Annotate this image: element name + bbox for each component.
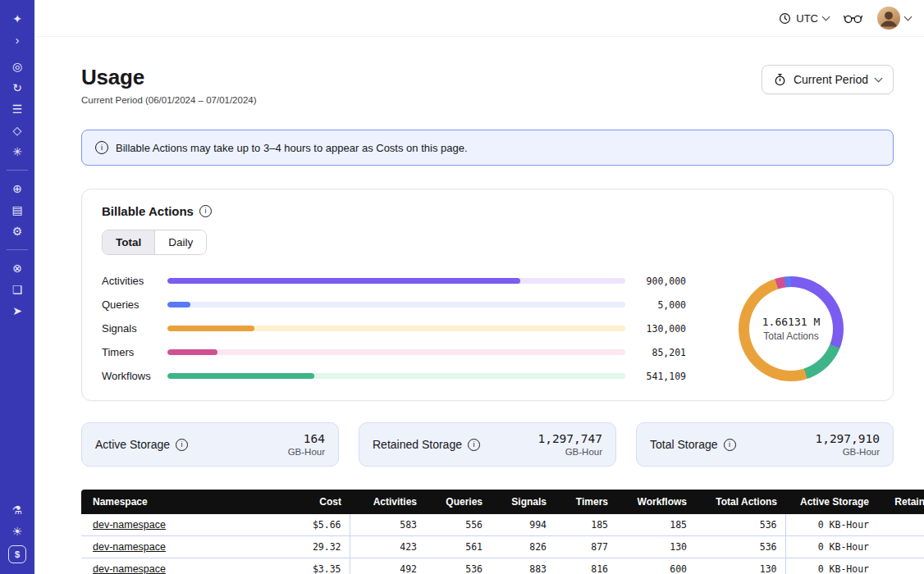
cell-namespace: dev-namespace xyxy=(81,536,277,558)
layers-icon[interactable]: ☰ xyxy=(7,99,27,119)
flask-icon[interactable]: ⚗ xyxy=(7,500,27,520)
period-button-label: Current Period xyxy=(794,73,868,86)
info-icon xyxy=(95,141,108,154)
glasses-glyph xyxy=(844,13,862,24)
cell-namespace: dev-namespace xyxy=(81,514,277,536)
bar-row-activities: Activities900,000 xyxy=(102,275,686,287)
bar-label: Activities xyxy=(102,275,158,287)
cube-icon[interactable]: ◇ xyxy=(7,121,27,140)
bar-chart: Activities900,000Queries5,000Signals130,… xyxy=(102,275,686,382)
dollar-credits-icon[interactable]: $ xyxy=(8,545,26,563)
history-clock-icon[interactable]: ↻ xyxy=(7,78,27,98)
bar-fill xyxy=(167,373,314,379)
temporal-logo-icon[interactable]: ✦ xyxy=(7,9,27,29)
circle-cross-icon[interactable]: ⊗ xyxy=(7,258,27,278)
table-row: dev-namespace$3.354925368838166001300 KB… xyxy=(81,558,924,574)
sidebar-bottom: ⚗☀$ xyxy=(0,499,34,564)
sidebar-group: ◎↻☰◇✳ xyxy=(7,56,28,162)
total-actions-value: 1.66131 M xyxy=(762,316,820,328)
sidebar: ✦›◎↻☰◇✳⊕▤⚙⊗❏➤ ⚗☀$ xyxy=(0,0,34,574)
bar-row-workflows: Workflows541,109 xyxy=(102,370,686,382)
tab-total[interactable]: Total xyxy=(103,230,155,254)
bar-value: 85,201 xyxy=(635,347,686,358)
page-title: Usage xyxy=(81,65,257,90)
total-storage-card: Total Storage 1,297,910 GB-Hour xyxy=(636,422,894,467)
billable-chart-area: Activities900,000Queries5,000Signals130,… xyxy=(102,275,873,382)
column-header-queries: Queries xyxy=(425,490,491,514)
namespace-link[interactable]: dev-namespace xyxy=(93,519,166,531)
bar-track xyxy=(167,349,625,355)
storage-cards: Active Storage 164 GB-Hour Retained Stor… xyxy=(81,422,894,467)
sidebar-group: ⊕▤⚙ xyxy=(7,170,28,242)
bar-track xyxy=(167,302,625,308)
sidebar-group: ✦› xyxy=(7,8,28,51)
cell-signals: 994 xyxy=(491,514,555,536)
bar-fill xyxy=(167,278,520,284)
sun-icon[interactable]: ☀ xyxy=(7,522,27,541)
info-icon[interactable] xyxy=(724,439,736,451)
stat-label-row: Total Storage xyxy=(650,438,736,451)
cell-queries: 536 xyxy=(425,558,491,574)
column-header-active-storage: Active Storage xyxy=(785,490,877,514)
table-body: dev-namespace$5.665835569941851855360 KB… xyxy=(81,514,924,574)
bar-value: 5,000 xyxy=(635,299,686,311)
bar-label: Timers xyxy=(102,346,158,358)
sparkle-icon[interactable]: ✳ xyxy=(7,142,27,162)
globe-icon[interactable]: ⊕ xyxy=(7,179,27,198)
bar-label: Signals xyxy=(102,322,158,335)
cell-total-actions: 536 xyxy=(695,536,785,558)
column-header-retained-storage: Retained Storage xyxy=(877,490,924,514)
stat-value-block: 1,297,747 GB-Hour xyxy=(537,432,602,457)
account-menu[interactable] xyxy=(877,7,911,30)
info-icon[interactable] xyxy=(199,205,212,217)
bar-row-queries: Queries5,000 xyxy=(102,298,686,311)
collapse-chevron-icon[interactable]: › xyxy=(7,30,27,50)
namespace-link[interactable]: dev-namespace xyxy=(93,563,166,574)
cell-active-storage: 0 KB-Hour xyxy=(785,558,877,574)
total-actions-label: Total Actions xyxy=(763,330,818,342)
cell-activities: 583 xyxy=(350,514,425,536)
active-storage-card: Active Storage 164 GB-Hour xyxy=(81,422,339,467)
gear-icon[interactable]: ⚙ xyxy=(7,221,27,241)
cell-retained-storage: 0 KB-Hour xyxy=(877,558,924,574)
view-tabs: Total Daily xyxy=(102,230,207,255)
bar-row-timers: Timers85,201 xyxy=(102,346,686,358)
stat-label-row: Retained Storage xyxy=(373,438,480,451)
sidebar-top: ✦›◎↻☰◇✳⊕▤⚙⊗❏➤ xyxy=(0,8,34,321)
book-icon[interactable]: ❏ xyxy=(7,280,27,299)
column-header-total-actions: Total Actions xyxy=(695,490,785,514)
cell-namespace: dev-namespace xyxy=(81,558,277,574)
column-header-signals: Signals xyxy=(491,490,555,514)
page-head: Usage Current Period (06/01/2024 – 07/01… xyxy=(81,65,894,105)
active-storage-label: Active Storage xyxy=(95,438,170,451)
cell-activities: 492 xyxy=(350,558,425,574)
cell-cost: $3.35 xyxy=(277,558,350,574)
tab-daily[interactable]: Daily xyxy=(155,230,206,254)
chevron-down-icon xyxy=(904,13,913,21)
active-storage-unit: GB-Hour xyxy=(288,447,325,457)
stat-value-block: 1,297,910 GB-Hour xyxy=(815,432,880,457)
bar-value: 130,000 xyxy=(635,323,686,335)
bar-label: Queries xyxy=(102,298,158,311)
info-icon[interactable] xyxy=(176,439,188,451)
main-panel: UTC xyxy=(34,0,924,574)
namespace-link[interactable]: dev-namespace xyxy=(93,541,166,553)
usage-table: NamespaceCostActivitiesQueriesSignalsTim… xyxy=(81,490,924,574)
billable-actions-title: Billable Actions xyxy=(102,204,194,218)
timezone-selector[interactable]: UTC xyxy=(779,12,829,25)
info-icon[interactable] xyxy=(468,439,480,451)
rocket-icon[interactable]: ➤ xyxy=(7,301,27,321)
bar-row-signals: Signals130,000 xyxy=(102,322,686,335)
support-glasses-icon[interactable] xyxy=(844,13,862,24)
swirl-icon[interactable]: ◎ xyxy=(7,57,27,76)
timezone-label: UTC xyxy=(796,12,818,25)
bar-label: Workflows xyxy=(102,370,158,382)
cell-signals: 883 xyxy=(491,558,555,574)
active-storage-value: 164 xyxy=(288,432,325,445)
credit-card-icon[interactable]: ▤ xyxy=(7,200,27,220)
topbar: UTC xyxy=(34,0,924,37)
current-period-subtitle: Current Period (06/01/2024 – 07/01/2024) xyxy=(81,95,257,105)
retained-storage-card: Retained Storage 1,297,747 GB-Hour xyxy=(359,422,616,467)
period-selector-button[interactable]: Current Period xyxy=(762,65,894,94)
card-title-row: Billable Actions xyxy=(102,204,873,218)
